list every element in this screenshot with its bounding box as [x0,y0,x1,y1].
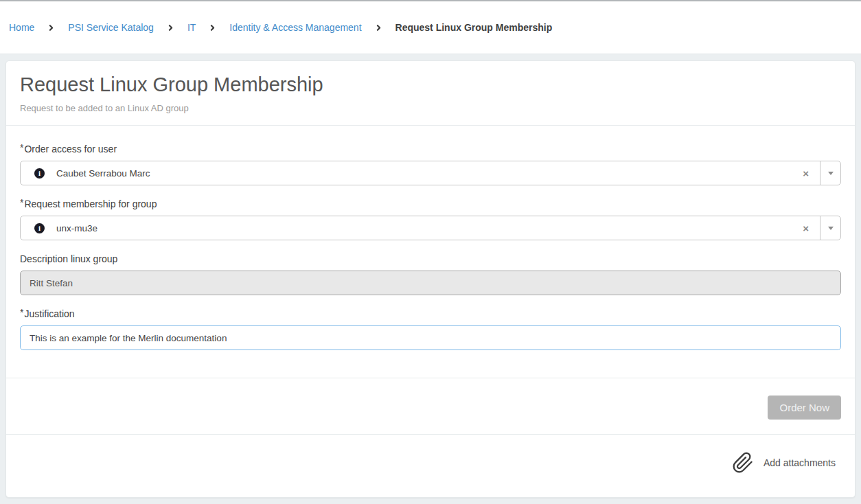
justification-field-label: *Justification [20,307,841,321]
group-field-label: *Request membership for group [20,197,841,211]
dropdown-toggle[interactable] [820,216,840,240]
breadcrumb-identity-access-management[interactable]: Identity & Access Management [229,22,361,33]
button-section: Order Now [6,378,855,434]
add-attachments-button[interactable]: Add attachments [732,450,836,475]
form-group-user: *Order access for user i Caubet Serrabou… [20,142,841,185]
add-attachments-label: Add attachments [764,457,836,468]
page-subtitle: Request to be added to an Linux AD group [20,102,841,115]
chevron-down-icon [828,227,834,230]
page-title: Request Linux Group Membership [20,73,841,96]
form-group-description: Description linux group [20,252,841,295]
clear-selection-icon[interactable]: × [792,216,820,240]
required-marker: * [20,306,23,319]
description-field-label: Description linux group [20,252,841,266]
group-combobox[interactable]: i unx-mu3e × [20,216,841,240]
info-icon: i [34,223,45,233]
card-header: Request Linux Group Membership Request t… [6,61,855,126]
user-combobox[interactable]: i Caubet Serrabou Marc × [20,161,841,185]
description-field-label-text: Description linux group [20,253,117,264]
justification-field-label-text: Justification [24,308,74,319]
breadcrumb-current-page: Request Linux Group Membership [395,22,553,33]
user-field-label: *Order access for user [20,142,841,156]
breadcrumb-it[interactable]: IT [187,22,196,33]
chevron-right-icon [208,23,217,32]
user-field-label-text: Order access for user [24,144,117,154]
order-now-button[interactable]: Order Now [768,396,841,420]
info-icon: i [34,168,45,179]
chevron-right-icon [374,23,383,32]
form-group-group: *Request membership for group i unx-mu3e… [20,197,841,240]
required-marker: * [20,196,23,209]
justification-input[interactable] [20,325,841,350]
required-marker: * [20,141,23,154]
description-input [20,271,841,295]
form-group-justification: *Justification [20,307,841,350]
chevron-down-icon [828,172,834,175]
form-section: *Order access for user i Caubet Serrabou… [6,126,855,378]
chevron-right-icon [47,23,56,32]
group-selected-value: unx-mu3e [56,223,97,233]
chevron-right-icon [166,23,175,32]
request-form-card: Request Linux Group Membership Request t… [5,60,856,498]
group-field-label-text: Request membership for group [24,198,157,209]
dropdown-toggle[interactable] [820,161,840,185]
paperclip-icon [732,450,754,475]
breadcrumb-home[interactable]: Home [9,22,34,33]
breadcrumb-bar: Home PSI Service Katalog IT Identity & A… [0,0,861,54]
user-combobox-selection: i Caubet Serrabou Marc [21,161,792,185]
user-selected-value: Caubet Serrabou Marc [56,168,150,179]
group-combobox-selection: i unx-mu3e [21,216,792,240]
breadcrumb: Home PSI Service Katalog IT Identity & A… [9,22,552,33]
breadcrumb-psi-service-katalog[interactable]: PSI Service Katalog [68,22,154,33]
attachments-section: Add attachments [6,434,855,497]
clear-selection-icon[interactable]: × [792,161,820,185]
